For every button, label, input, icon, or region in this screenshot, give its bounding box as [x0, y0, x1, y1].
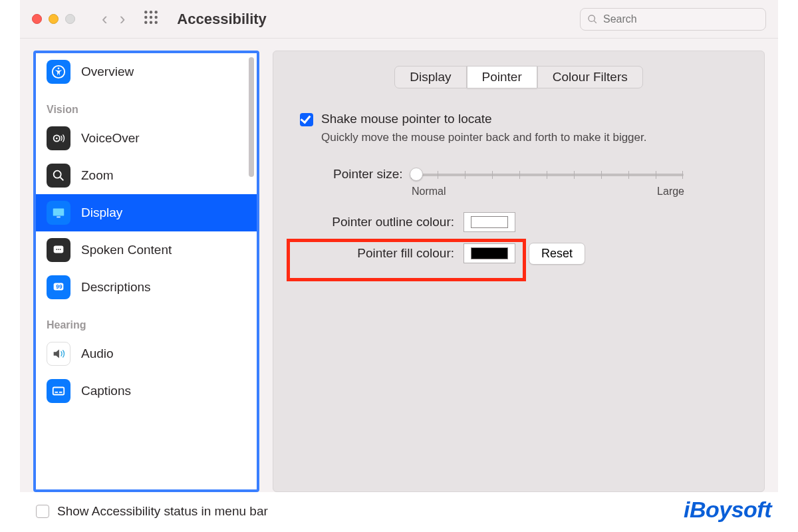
- sidebar-item-label: Spoken Content: [81, 243, 172, 257]
- pointer-outline-colour-row: Pointer outline colour:: [308, 212, 744, 232]
- svg-point-5: [155, 16, 158, 19]
- sidebar-section-vision: Vision: [36, 90, 257, 120]
- sidebar-item-audio[interactable]: Audio: [36, 335, 257, 372]
- sidebar-item-label: Audio: [81, 346, 114, 361]
- spoken-content-icon: [47, 238, 70, 262]
- back-button[interactable]: ‹: [102, 9, 108, 29]
- pointer-fill-colour-well[interactable]: [464, 243, 515, 263]
- slider-thumb[interactable]: [410, 168, 423, 181]
- svg-point-8: [155, 21, 158, 24]
- pointer-outline-colour-label: Pointer outline colour:: [308, 215, 454, 229]
- svg-point-17: [56, 249, 57, 250]
- svg-point-19: [60, 249, 61, 250]
- slider-max-label: Large: [657, 186, 684, 198]
- sidebar-item-descriptions[interactable]: 99 Descriptions: [36, 269, 257, 306]
- window-controls: [32, 14, 75, 24]
- slider-minmax-labels: Normal Large: [412, 186, 684, 198]
- tab-bar: Display Pointer Colour Filters: [293, 66, 744, 88]
- svg-rect-22: [53, 388, 65, 395]
- sidebar-item-label: VoiceOver: [81, 131, 140, 146]
- sidebar-item-overview[interactable]: Overview: [36, 53, 257, 90]
- show-status-checkbox[interactable]: [36, 505, 49, 518]
- pointer-size-row: Pointer size:: [333, 167, 744, 182]
- svg-point-3: [144, 16, 147, 19]
- sidebar-item-captions[interactable]: Captions: [36, 372, 257, 403]
- tab-pointer[interactable]: Pointer: [467, 66, 537, 88]
- svg-rect-24: [59, 392, 63, 393]
- slider-min-label: Normal: [412, 186, 446, 198]
- svg-point-10: [58, 68, 60, 70]
- sidebar: Overview Vision VoiceOver Zoom: [33, 51, 259, 492]
- tab-colour-filters[interactable]: Colour Filters: [537, 66, 643, 88]
- show-all-icon[interactable]: [144, 10, 158, 28]
- descriptions-icon: 99: [47, 275, 70, 299]
- settings-panel: Display Pointer Colour Filters Shake mou…: [273, 51, 765, 492]
- pointer-size-label: Pointer size:: [333, 167, 403, 182]
- sidebar-item-zoom[interactable]: Zoom: [36, 157, 257, 194]
- captions-icon: [47, 379, 70, 403]
- nav-buttons: ‹ ›: [102, 9, 125, 29]
- zoom-window-button[interactable]: [65, 14, 75, 24]
- show-status-label: Show Accessibility status in menu bar: [57, 504, 268, 519]
- sidebar-section-hearing: Hearing: [36, 306, 257, 335]
- pointer-fill-colour-label: Pointer fill colour:: [308, 246, 454, 261]
- sidebar-item-spoken-content[interactable]: Spoken Content: [36, 231, 257, 269]
- sidebar-item-label: Zoom: [81, 168, 114, 183]
- svg-point-18: [58, 249, 59, 250]
- preferences-window: ‹ › Accessibility Overview Vision: [20, 0, 778, 492]
- content-area: Overview Vision VoiceOver Zoom: [20, 39, 778, 492]
- svg-rect-14: [53, 209, 65, 216]
- titlebar: ‹ › Accessibility: [20, 0, 778, 39]
- sidebar-item-label: Captions: [81, 384, 131, 398]
- footer-option: Show Accessibility status in menu bar: [36, 504, 268, 519]
- svg-point-13: [54, 171, 61, 178]
- pointer-size-slider[interactable]: [411, 168, 684, 181]
- svg-point-2: [155, 11, 158, 13]
- svg-text:99: 99: [56, 284, 63, 290]
- svg-point-6: [144, 21, 147, 24]
- pointer-fill-colour-row: Pointer fill colour: Reset: [308, 243, 744, 265]
- page-title: Accessibility: [177, 11, 267, 28]
- reset-button[interactable]: Reset: [529, 243, 585, 265]
- accessibility-icon: [47, 60, 70, 84]
- minimize-window-button[interactable]: [49, 14, 59, 24]
- sidebar-item-voiceover[interactable]: VoiceOver: [36, 120, 257, 157]
- sidebar-item-label: Overview: [81, 65, 134, 79]
- display-icon: [47, 201, 70, 225]
- shake-pointer-option: Shake mouse pointer to locate: [300, 112, 744, 126]
- audio-icon: [47, 342, 70, 366]
- voiceover-icon: [47, 126, 70, 150]
- sidebar-item-label: Descriptions: [81, 280, 151, 295]
- search-input[interactable]: [603, 13, 759, 25]
- svg-point-12: [56, 138, 58, 140]
- sidebar-item-label: Display: [81, 205, 122, 220]
- pointer-outline-colour-well[interactable]: [464, 212, 515, 232]
- svg-point-4: [150, 16, 152, 19]
- search-field[interactable]: [580, 8, 766, 31]
- tab-display[interactable]: Display: [394, 66, 466, 88]
- shake-pointer-description: Quickly move the mouse pointer back and …: [321, 130, 667, 146]
- svg-point-0: [144, 11, 147, 13]
- zoom-icon: [47, 164, 70, 188]
- forward-button[interactable]: ›: [120, 9, 126, 29]
- svg-rect-15: [57, 217, 61, 218]
- svg-point-7: [150, 21, 152, 24]
- sidebar-scrollbar[interactable]: [249, 57, 254, 177]
- close-window-button[interactable]: [32, 14, 42, 24]
- shake-pointer-checkbox[interactable]: [300, 113, 313, 126]
- watermark: iBoysoft: [684, 497, 771, 523]
- search-icon: [587, 14, 598, 25]
- svg-rect-23: [55, 392, 59, 393]
- svg-point-1: [150, 11, 152, 13]
- sidebar-item-display[interactable]: Display: [36, 194, 257, 231]
- shake-pointer-label: Shake mouse pointer to locate: [321, 112, 492, 126]
